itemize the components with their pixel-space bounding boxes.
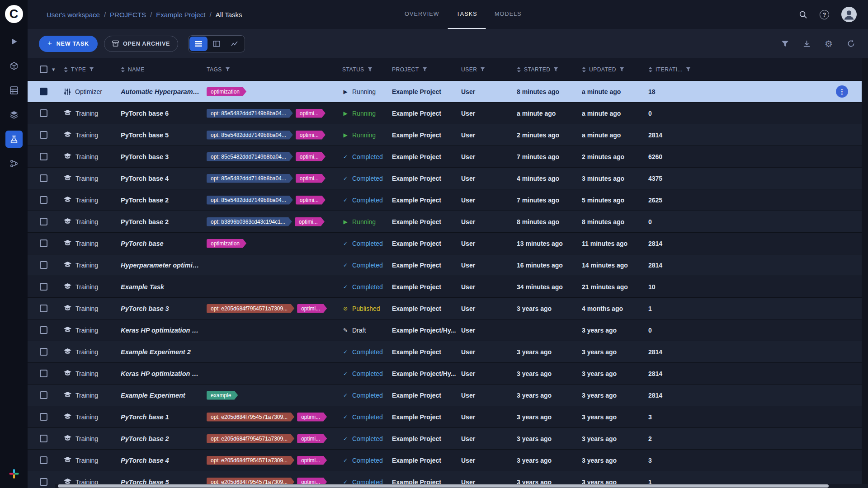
task-row[interactable]: OptimizerAutomatic Hyperparamete...optim…	[28, 81, 862, 103]
clearml-logo[interactable]: C	[5, 5, 23, 23]
column-header-status[interactable]: STATUS	[342, 66, 392, 73]
task-row[interactable]: TrainingHyperparameter optimizati...✓Com…	[28, 254, 862, 276]
row-checkbox[interactable]	[40, 478, 47, 486]
task-name[interactable]: Automatic Hyperparamete...	[121, 81, 207, 103]
task-name[interactable]: Example Experiment 2	[121, 341, 207, 363]
breadcrumb-workspace[interactable]: User's workspace	[47, 11, 100, 19]
sort-icon[interactable]	[517, 67, 521, 72]
filter-funnel-icon[interactable]	[89, 67, 94, 72]
task-name[interactable]: PyTorch base 2	[121, 189, 207, 211]
new-task-button[interactable]: + NEW TASK	[39, 36, 98, 52]
task-name[interactable]: PyTorch base 1	[121, 406, 207, 428]
sidebar-item-pipelines[interactable]	[5, 155, 23, 172]
tag[interactable]: opt: b3896b0363cd43c194c1...	[207, 217, 292, 226]
tag[interactable]: opt: 85e5482ddd7149b8ba04...	[207, 131, 293, 140]
tag[interactable]: opt: 85e5482ddd7149b8ba04...	[207, 152, 293, 161]
row-checkbox[interactable]	[40, 88, 47, 95]
settings-gear-icon[interactable]: ⚙	[825, 39, 833, 48]
tag[interactable]: opt: 85e5482ddd7149b8ba04...	[207, 196, 293, 205]
select-all-checkbox[interactable]	[40, 66, 47, 73]
task-name[interactable]: PyTorch base 4	[121, 168, 207, 189]
task-name[interactable]: PyTorch base	[121, 233, 207, 254]
sort-icon[interactable]	[582, 67, 586, 72]
select-all-caret[interactable]: ▾	[52, 66, 55, 73]
task-name[interactable]: Hyperparameter optimizati...	[121, 254, 207, 276]
task-row[interactable]: TrainingPyTorch base 5opt: 85e5482ddd714…	[28, 124, 862, 146]
tag[interactable]: optimization	[207, 239, 246, 248]
column-header-iterations[interactable]: ITERATI...	[648, 66, 707, 73]
task-name[interactable]: PyTorch base 6	[121, 103, 207, 124]
tag[interactable]: optimi...	[297, 456, 327, 465]
row-checkbox[interactable]	[40, 348, 47, 356]
filter-funnel-icon[interactable]	[422, 67, 427, 72]
row-checkbox[interactable]	[40, 261, 47, 269]
tag[interactable]: example	[207, 391, 238, 400]
filter-funnel-icon[interactable]	[480, 67, 485, 72]
tab-models[interactable]: MODELS	[486, 0, 530, 29]
column-header-started[interactable]: STARTED	[517, 66, 582, 73]
task-row[interactable]: TrainingPyTorch base 3opt: e205d684f7954…	[28, 298, 862, 319]
row-checkbox[interactable]	[40, 413, 47, 421]
task-name[interactable]: PyTorch base 5	[121, 124, 207, 146]
open-archive-button[interactable]: OPEN ARCHIVE	[104, 36, 178, 52]
task-row[interactable]: TrainingPyTorch baseoptimization✓Complet…	[28, 233, 862, 254]
tag[interactable]: optimi...	[297, 413, 327, 422]
row-checkbox[interactable]	[40, 109, 47, 117]
sidebar-item-projects[interactable]	[5, 57, 23, 75]
tag[interactable]: optimi...	[296, 174, 326, 183]
tag[interactable]: opt: e205d684f7954571a7309...	[207, 413, 294, 422]
tab-overview[interactable]: OVERVIEW	[396, 0, 448, 29]
task-row[interactable]: TrainingPyTorch base 4opt: 85e5482ddd714…	[28, 168, 862, 189]
help-icon[interactable]: ?	[820, 10, 829, 19]
task-row[interactable]: TrainingExample Experiment 2✓CompletedEx…	[28, 341, 862, 363]
row-checkbox[interactable]	[40, 283, 47, 291]
row-checkbox[interactable]	[40, 456, 47, 464]
row-menu-button[interactable]: ⋮	[836, 85, 848, 98]
filter-funnel-icon[interactable]	[225, 67, 230, 72]
horizontal-scrollbar[interactable]	[55, 484, 868, 488]
tab-tasks[interactable]: TASKS	[448, 0, 486, 29]
task-row[interactable]: TrainingPyTorch base 1opt: e205d684f7954…	[28, 406, 862, 428]
tag[interactable]: optimi...	[296, 196, 326, 205]
row-checkbox[interactable]	[40, 174, 47, 182]
column-header-type[interactable]: TYPE	[64, 66, 121, 73]
row-checkbox[interactable]	[40, 435, 47, 442]
row-checkbox[interactable]	[40, 326, 47, 334]
tag[interactable]: optimi...	[296, 131, 326, 140]
task-name[interactable]: Example Task	[121, 276, 207, 298]
task-name[interactable]: Example Experiment	[121, 385, 207, 406]
task-row[interactable]: TrainingPyTorch base 2opt: e205d684f7954…	[28, 428, 862, 450]
tag[interactable]: optimi...	[297, 434, 327, 443]
task-name[interactable]: Keras HP optimization base	[121, 319, 207, 341]
sidebar-item-reports[interactable]	[5, 82, 23, 99]
row-checkbox[interactable]	[40, 218, 47, 225]
tag[interactable]: optimi...	[296, 152, 326, 161]
auto-refresh-icon[interactable]	[847, 39, 855, 48]
column-header-project[interactable]: PROJECT	[392, 66, 461, 73]
row-checkbox[interactable]	[40, 239, 47, 247]
column-header-name[interactable]: NAME	[121, 66, 207, 73]
table-view-button[interactable]	[189, 37, 208, 51]
chart-view-button[interactable]	[226, 37, 244, 51]
task-row[interactable]: TrainingPyTorch base 2opt: 85e5482ddd714…	[28, 189, 862, 211]
task-name[interactable]: PyTorch base 4	[121, 450, 207, 471]
task-name[interactable]: PyTorch base 3	[121, 298, 207, 319]
filter-icon[interactable]	[781, 40, 789, 47]
sort-icon[interactable]	[648, 67, 652, 72]
tag[interactable]: opt: e205d684f7954571a7309...	[207, 434, 294, 443]
slack-icon[interactable]	[9, 469, 19, 481]
tag[interactable]: opt: e205d684f7954571a7309...	[207, 304, 294, 313]
row-checkbox[interactable]	[40, 131, 47, 139]
row-checkbox[interactable]	[40, 196, 47, 204]
task-row[interactable]: TrainingPyTorch base 4opt: e205d684f7954…	[28, 450, 862, 471]
tag[interactable]: optimi...	[297, 304, 327, 313]
task-row[interactable]: TrainingPyTorch base 6opt: 85e5482ddd714…	[28, 103, 862, 124]
sort-icon[interactable]	[121, 67, 125, 72]
tag[interactable]: opt: 85e5482ddd7149b8ba04...	[207, 109, 293, 118]
task-name[interactable]: PyTorch base 2	[121, 428, 207, 450]
search-icon[interactable]	[799, 10, 807, 19]
sidebar-item-datasets[interactable]	[5, 106, 23, 123]
task-name[interactable]: Keras HP optimization base	[121, 363, 207, 385]
sort-icon[interactable]	[64, 67, 68, 72]
row-checkbox[interactable]	[40, 305, 47, 312]
